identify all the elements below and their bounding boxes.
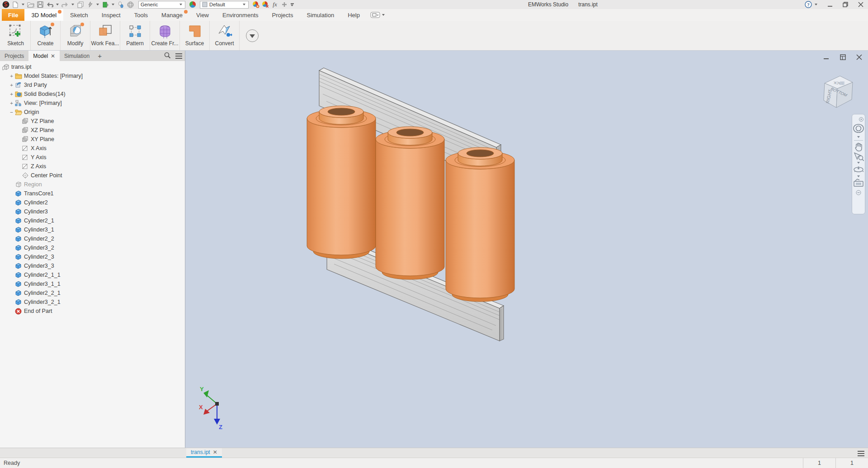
tree-expander-icon[interactable]: + bbox=[9, 100, 14, 106]
parameters-fx-icon[interactable]: fx bbox=[271, 0, 279, 9]
tree-item-cylinder3-2[interactable]: Cylinder3_2 bbox=[0, 243, 185, 252]
doc-restore-button[interactable] bbox=[838, 53, 847, 61]
graphics-viewport[interactable]: BACK RIGHT BOTTOM bbox=[185, 51, 868, 448]
pattern-button[interactable]: Pattern bbox=[120, 21, 150, 50]
tree-item-cylinder2-3[interactable]: Cylinder2_3 bbox=[0, 252, 185, 261]
restore-button[interactable] bbox=[841, 1, 850, 8]
tree-item-y-axis[interactable]: Y Axis bbox=[0, 153, 185, 162]
tree-expander-icon[interactable]: + bbox=[9, 91, 14, 97]
tree-item-yz-plane[interactable]: YZ Plane bbox=[0, 117, 185, 126]
browser-tab-simulation[interactable]: Simulation bbox=[60, 51, 94, 61]
zoom-icon[interactable] bbox=[853, 152, 864, 161]
ribbon-tab-simulation[interactable]: Simulation bbox=[300, 9, 341, 21]
coil-middle[interactable] bbox=[376, 127, 444, 279]
tree-item-cylinder2-2[interactable]: Cylinder2_2 bbox=[0, 234, 185, 243]
ribbon-tab-sketch[interactable]: Sketch bbox=[63, 9, 95, 21]
look-at-icon[interactable] bbox=[853, 178, 864, 187]
select-icon[interactable] bbox=[117, 0, 125, 9]
sketch-edit-dropdown[interactable] bbox=[96, 4, 99, 5]
save-icon[interactable] bbox=[36, 0, 44, 9]
tree-item-cylinder3-2-1[interactable]: Cylinder3_2_1 bbox=[0, 298, 185, 307]
transformer-3d-model[interactable] bbox=[185, 51, 868, 448]
ribbon-tab-help[interactable]: Help bbox=[341, 9, 367, 21]
ribbon-tab-file[interactable]: File bbox=[2, 9, 24, 21]
tree-item-center-point[interactable]: Center Point bbox=[0, 171, 185, 180]
navbar-collapse-icon[interactable] bbox=[856, 189, 861, 197]
sketch-button[interactable]: Sketch bbox=[1, 21, 31, 50]
tree-item-xz-plane[interactable]: XZ Plane bbox=[0, 126, 185, 135]
tree-expander-icon[interactable]: + bbox=[9, 73, 14, 79]
document-tab[interactable]: trans.ipt ✕ bbox=[186, 448, 222, 458]
update-icon[interactable] bbox=[101, 0, 109, 9]
navbar-close-icon[interactable] bbox=[859, 115, 863, 123]
tree-item-origin[interactable]: −Origin bbox=[0, 108, 185, 117]
zoom-dropdown[interactable] bbox=[857, 162, 860, 164]
tree-item-cylinder3-1-1[interactable]: Cylinder3_1_1 bbox=[0, 279, 185, 288]
tree-item-trans-ipt[interactable]: trans.ipt bbox=[0, 62, 185, 71]
tree-expander-icon[interactable]: + bbox=[9, 82, 14, 88]
undo-icon[interactable] bbox=[46, 0, 54, 9]
material-combo[interactable]: Generic bbox=[138, 1, 185, 9]
tree-expander-icon[interactable]: − bbox=[9, 109, 14, 115]
browser-tab-projects[interactable]: Projects bbox=[0, 51, 28, 61]
view-cube[interactable]: BACK RIGHT BOTTOM bbox=[816, 70, 860, 113]
browser-tab-add-icon[interactable]: + bbox=[94, 51, 105, 61]
ribbon-expander[interactable] bbox=[240, 21, 265, 50]
tree-item-cylinder2-1-1[interactable]: Cylinder2_1_1 bbox=[0, 270, 185, 279]
tree-item-3rd-party[interactable]: +3rd Party bbox=[0, 80, 185, 90]
coil-left[interactable] bbox=[307, 106, 376, 259]
coil-right[interactable] bbox=[446, 147, 514, 302]
browser-tab-close-icon[interactable]: ✕ bbox=[51, 53, 55, 59]
steering-wheel-icon[interactable] bbox=[853, 123, 864, 135]
appearance-adjust-icon[interactable] bbox=[252, 0, 260, 9]
open-file-icon[interactable] bbox=[27, 0, 35, 9]
document-tab-close-icon[interactable]: ✕ bbox=[213, 449, 217, 455]
ribbon-tab-projects[interactable]: Projects bbox=[265, 9, 300, 21]
new-file-dropdown[interactable] bbox=[22, 4, 24, 5]
surface-button[interactable]: Surface bbox=[180, 21, 210, 50]
work-features-button[interactable]: Work Fea... bbox=[90, 21, 120, 50]
ribbon-tab-inspect[interactable]: Inspect bbox=[95, 9, 127, 21]
tree-item-cylinder2[interactable]: Cylinder2 bbox=[0, 198, 185, 207]
new-file-icon[interactable] bbox=[11, 0, 19, 9]
steering-wheel-dropdown[interactable] bbox=[857, 136, 860, 138]
orbit-icon[interactable] bbox=[853, 165, 864, 175]
render-sphere-icon[interactable] bbox=[126, 0, 134, 9]
color-wheel-icon[interactable] bbox=[189, 0, 197, 9]
undo-dropdown[interactable] bbox=[56, 4, 59, 5]
browser-menu-icon[interactable] bbox=[175, 53, 182, 59]
add-qat-icon[interactable] bbox=[280, 0, 288, 9]
tree-item-x-axis[interactable]: X Axis bbox=[0, 144, 185, 153]
tree-item-region[interactable]: Region bbox=[0, 180, 185, 189]
help-icon[interactable]: ? bbox=[804, 0, 812, 9]
tree-item-cylinder3-1[interactable]: Cylinder3_1 bbox=[0, 225, 185, 234]
tree-item-z-axis[interactable]: Z Axis bbox=[0, 162, 185, 171]
qat-customize-dropdown[interactable] bbox=[290, 3, 294, 6]
create-freeform-button[interactable]: Create Fr... bbox=[150, 21, 180, 50]
browser-search-icon[interactable] bbox=[164, 52, 171, 60]
browser-tab-model[interactable]: Model ✕ bbox=[28, 51, 60, 61]
tree-item-cylinder3-3[interactable]: Cylinder3_3 bbox=[0, 261, 185, 270]
tree-item-cylinder2-2-1[interactable]: Cylinder2_2_1 bbox=[0, 288, 185, 298]
tree-item-view-primary[interactable]: +View: [Primary] bbox=[0, 99, 185, 108]
ribbon-tab-manage[interactable]: Manage bbox=[155, 9, 189, 21]
orbit-dropdown[interactable] bbox=[857, 175, 860, 177]
tree-item-transcore1[interactable]: TransCore1 bbox=[0, 189, 185, 198]
tree-item-model-states-primary[interactable]: +Model States: [Primary] bbox=[0, 71, 185, 80]
modify-button[interactable]: Modify bbox=[61, 21, 90, 50]
tree-item-cylinder2-1[interactable]: Cylinder2_1 bbox=[0, 216, 185, 225]
appearance-combo[interactable]: Default bbox=[200, 1, 249, 9]
ribbon-tab-view[interactable]: View bbox=[189, 9, 216, 21]
tree-item-end-of-part[interactable]: End of Part bbox=[0, 307, 185, 316]
redo-icon[interactable] bbox=[61, 0, 69, 9]
create-button[interactable]: Create bbox=[31, 21, 61, 50]
app-logo-icon[interactable] bbox=[2, 0, 10, 9]
ribbon-display-toggle[interactable] bbox=[370, 9, 386, 21]
tree-item-xy-plane[interactable]: XY Plane bbox=[0, 135, 185, 144]
ribbon-tab-3d-model[interactable]: 3D Model bbox=[24, 9, 63, 21]
document-tab-menu-icon[interactable] bbox=[858, 451, 864, 456]
doc-close-button[interactable] bbox=[854, 53, 863, 61]
ribbon-tab-tools[interactable]: Tools bbox=[127, 9, 155, 21]
redo-dropdown[interactable] bbox=[71, 4, 74, 5]
help-dropdown[interactable] bbox=[815, 4, 817, 5]
